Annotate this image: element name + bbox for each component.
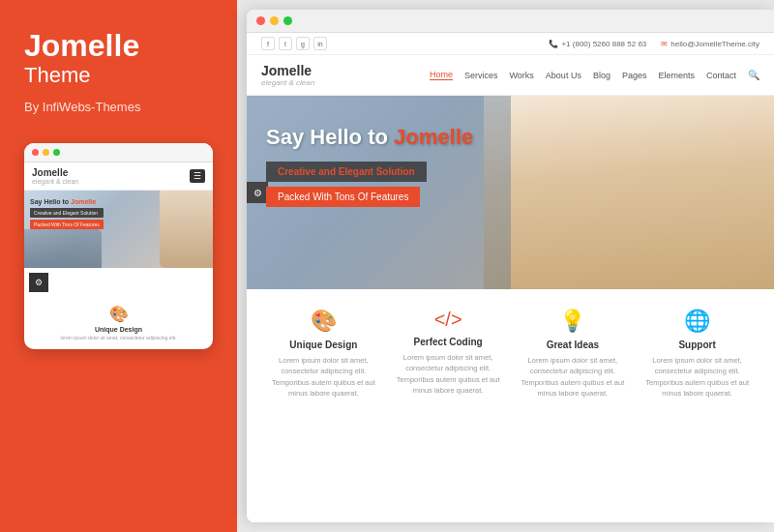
- site-tagline: elegant & clean: [261, 78, 314, 87]
- hero-badge1: Creative and Elegant Solution: [266, 162, 427, 182]
- badge1-highlight: Creative: [278, 166, 315, 177]
- great-ideas-icon: 💡: [519, 309, 628, 334]
- nav-pages[interactable]: Pages: [622, 71, 647, 80]
- nav-elements[interactable]: Elements: [658, 71, 695, 80]
- feature-text-0: Lorem ipsum dolor sit amet, consectetur …: [269, 355, 378, 399]
- left-panel: Jomelle Theme By InfiWebs-Themes Jomelle…: [0, 0, 237, 532]
- mobile-hero-person: [160, 191, 213, 268]
- mobile-tagline: elegant & clean: [32, 178, 78, 185]
- facebook-icon[interactable]: f: [261, 37, 275, 50]
- support-icon: 🌐: [642, 309, 752, 334]
- email-info: ✉ hello@JomelleTheme.city: [661, 40, 759, 48]
- phone-icon: 📞: [549, 40, 558, 48]
- feature-text-2: Lorem ipsum dolor sit amet, consectetur …: [519, 355, 628, 399]
- nav-home[interactable]: Home: [430, 70, 453, 80]
- social-icons: f t g in: [261, 37, 534, 50]
- nav-services[interactable]: Services: [464, 71, 498, 80]
- nav-works[interactable]: Works: [510, 71, 534, 80]
- mobile-hero-badge1: Creative and Elegant Solution: [30, 208, 104, 218]
- right-panel: f t g in 📞 +1 (800) 5260 888 52 63 ✉ hel…: [247, 10, 774, 522]
- feature-unique-design: 🎨 Unique Design Lorem ipsum dolor sit am…: [261, 309, 386, 508]
- feature-text-1: Lorem ipsum dolor sit amet, consectetur …: [394, 352, 503, 396]
- mobile-hero-badge2: Packed With Tons Of Features: [30, 220, 104, 229]
- feature-title-2: Great Ideas: [519, 340, 628, 350]
- hero-badge2: Packed With Tons Of Features: [266, 187, 420, 207]
- badge1-rest: and Elegant Solution: [318, 166, 414, 177]
- hero-content: Say Hello to Jomelle Creative and Elegan…: [266, 125, 473, 207]
- mobile-hero-text: Say Hello to Jomelle Creative and Elegan…: [30, 198, 104, 229]
- site-navbar: Jomelle elegant & clean Home Services Wo…: [247, 55, 774, 96]
- mobile-feature-title: Unique Design: [32, 326, 205, 333]
- feature-text-3: Lorem ipsum dolor sit amet, consectetur …: [642, 355, 752, 399]
- site-nav: Home Services Works About Us Blog Pages …: [430, 70, 759, 80]
- mobile-features: 🎨 Unique Design lorem ipsum dolor sit am…: [24, 297, 213, 349]
- browser-dot-green[interactable]: [283, 16, 292, 25]
- browser-chrome: [247, 10, 774, 33]
- mobile-hamburger-button[interactable]: ☰: [190, 169, 205, 183]
- mobile-dot-green: [53, 149, 60, 156]
- mobile-nav: Jomelle elegant & clean ☰: [24, 163, 213, 191]
- feature-title-1: Perfect Coding: [394, 337, 503, 347]
- hero-man-figure: [484, 96, 774, 289]
- features-section: 🎨 Unique Design Lorem ipsum dolor sit am…: [247, 289, 774, 522]
- linkedin-icon[interactable]: in: [313, 37, 327, 50]
- perfect-coding-icon: </>: [394, 309, 503, 331]
- mobile-feature-icon: 🎨: [32, 305, 205, 323]
- mobile-top-bar: [24, 143, 213, 163]
- email-address: hello@JomelleTheme.city: [670, 40, 759, 48]
- unique-design-icon: 🎨: [269, 309, 378, 334]
- mobile-hero: Say Hello to Jomelle Creative and Elegan…: [24, 191, 213, 268]
- mobile-settings-icon[interactable]: ⚙: [29, 273, 48, 292]
- mobile-mockup: Jomelle elegant & clean ☰ Say Hello to J…: [24, 143, 213, 349]
- hero-title: Say Hello to Jomelle: [266, 125, 473, 150]
- mobile-hero-title: Say Hello to Jomelle: [30, 198, 104, 205]
- phone-info: 📞 +1 (800) 5260 888 52 63: [549, 40, 646, 48]
- mobile-logo: Jomelle: [32, 167, 78, 178]
- mobile-dot-yellow: [43, 149, 49, 156]
- site-logo-group: Jomelle elegant & clean: [261, 63, 314, 87]
- browser-dot-yellow[interactable]: [270, 16, 279, 25]
- mobile-feature-text: lorem ipsum dolor sit amet, consectetur …: [32, 335, 205, 341]
- nav-about[interactable]: About Us: [546, 71, 581, 80]
- email-icon: ✉: [661, 40, 668, 48]
- hero-section: Say Hello to Jomelle Creative and Elegan…: [247, 96, 774, 289]
- brand-name: Jomelle: [24, 29, 139, 63]
- nav-blog[interactable]: Blog: [593, 71, 610, 80]
- by-line: By InfiWebs-Themes: [24, 100, 140, 114]
- feature-perfect-coding: </> Perfect Coding Lorem ipsum dolor sit…: [386, 309, 511, 508]
- search-icon[interactable]: 🔍: [748, 70, 759, 80]
- feature-title-0: Unique Design: [269, 340, 378, 350]
- googleplus-icon[interactable]: g: [296, 37, 310, 50]
- mobile-people-group: [24, 229, 102, 268]
- browser-dot-red[interactable]: [256, 16, 265, 25]
- hero-title-highlight: Jomelle: [394, 125, 473, 149]
- nav-contact[interactable]: Contact: [706, 71, 736, 80]
- twitter-icon[interactable]: t: [279, 37, 292, 50]
- hero-settings-button[interactable]: ⚙: [247, 182, 268, 203]
- feature-title-3: Support: [642, 340, 752, 350]
- brand-theme: Theme: [24, 63, 90, 88]
- feature-support: 🌐 Support Lorem ipsum dolor sit amet, co…: [635, 309, 759, 508]
- site-logo: Jomelle: [261, 63, 314, 78]
- site-topbar: f t g in 📞 +1 (800) 5260 888 52 63 ✉ hel…: [247, 33, 774, 55]
- phone-number: +1 (800) 5260 888 52 63: [561, 40, 646, 48]
- mobile-dot-red: [32, 149, 39, 156]
- feature-great-ideas: 💡 Great Ideas Lorem ipsum dolor sit amet…: [511, 309, 636, 508]
